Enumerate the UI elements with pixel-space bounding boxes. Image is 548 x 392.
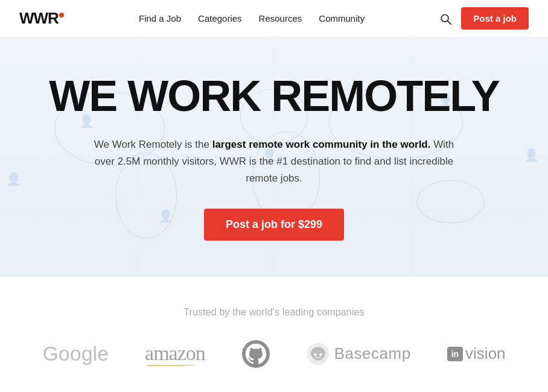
hero-subtitle: We Work Remotely is the largest remote w… — [93, 136, 455, 187]
nav-community[interactable]: Community — [319, 13, 365, 24]
svg-text:👤: 👤 — [6, 172, 22, 186]
nav-links: Find a Job Categories Resources Communit… — [139, 13, 365, 24]
nav-right: Post a job — [439, 7, 529, 30]
search-button[interactable] — [439, 13, 451, 25]
nav-resources[interactable]: Resources — [259, 13, 302, 24]
svg-text:👤: 👤 — [158, 209, 174, 223]
company-logos-row: Google amazon Basecamp — [24, 340, 524, 368]
amazon-logo-text: amazon — [145, 342, 205, 365]
trusted-label: Trusted by the world's leading companies — [24, 307, 524, 318]
hero-section: 👤 👤 👤 👤 👤 👤 WE WORK REMOTELY We Work Rem… — [0, 37, 548, 277]
svg-line-1 — [448, 21, 451, 24]
svg-text:👤: 👤 — [524, 148, 540, 162]
nav-find-a-job[interactable]: Find a Job — [139, 13, 181, 24]
basecamp-icon — [307, 343, 330, 365]
navbar: WWR Find a Job Categories Resources Comm… — [0, 0, 548, 37]
hero-cta-button[interactable]: Post a job for $299 — [204, 209, 344, 241]
google-logo-text: Google — [42, 342, 109, 365]
invision-logo-text: vision — [465, 344, 505, 363]
nav-categories[interactable]: Categories — [198, 13, 242, 24]
svg-point-22 — [314, 353, 317, 356]
logo-dot — [59, 13, 64, 17]
basecamp-logo: Basecamp — [307, 343, 411, 365]
basecamp-logo-text: Basecamp — [334, 344, 411, 363]
post-job-nav-button[interactable]: Post a job — [461, 7, 529, 30]
invision-logo: invision — [447, 344, 506, 363]
invision-box: in — [447, 347, 463, 361]
amazon-arrow-decoration — [147, 362, 196, 366]
logo-text: WWR — [19, 9, 59, 27]
hero-title: WE WORK REMOTELY — [49, 74, 499, 119]
hero-subtitle-plain-start: We Work Remotely is the — [94, 139, 212, 150]
search-icon — [439, 13, 451, 25]
amazon-logo: amazon — [145, 342, 205, 366]
hero-subtitle-bold: largest remote work community in the wor… — [212, 139, 431, 150]
svg-point-23 — [319, 353, 322, 356]
google-logo: Google — [42, 342, 109, 365]
logo[interactable]: WWR — [19, 9, 64, 28]
github-icon — [241, 340, 270, 368]
github-logo — [241, 340, 270, 368]
trusted-section: Trusted by the world's leading companies… — [0, 277, 548, 392]
svg-point-0 — [442, 14, 449, 22]
